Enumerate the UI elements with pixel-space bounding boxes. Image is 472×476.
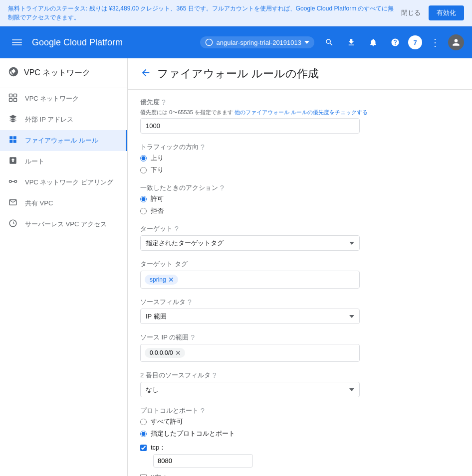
protocol-radio-group: すべて許可 指定したプロトコルとポート <box>140 417 460 438</box>
protocol-label: プロトコルとポート ? <box>140 406 460 415</box>
target-tag-remove[interactable]: ✕ <box>168 276 174 284</box>
tcp-port-input[interactable] <box>153 454 253 468</box>
protocol-specified-radio[interactable] <box>140 431 147 437</box>
target-select[interactable]: 指定されたターゲットタグ ネットワーク上のすべてのインスタンス 指定されたサービ… <box>140 235 360 251</box>
traffic-direction-label: トラフィックの方向 ? <box>140 143 460 152</box>
form-area: 優先度 ? 優先度には 0〜65535 を指定できます 他のファイアウォール ル… <box>128 90 472 476</box>
tcp-checkbox[interactable] <box>140 445 147 451</box>
menu-icon[interactable] <box>8 33 26 51</box>
traffic-help-icon[interactable]: ? <box>201 143 205 151</box>
target-tag-chip: spring ✕ <box>145 275 178 285</box>
svg-point-8 <box>9 180 12 183</box>
firewall-icon <box>8 135 18 146</box>
tcp-checkbox-label[interactable]: tcp： <box>140 443 460 452</box>
serverless-vpc-icon <box>8 219 18 230</box>
banner-text: 無料トライアルのステータス: 残りは ¥32,489.00 クレジット、365 … <box>8 4 397 22</box>
sidebar-item-label: ファイアウォール ルール <box>25 136 98 145</box>
svg-rect-1 <box>12 42 22 43</box>
svg-rect-6 <box>9 99 12 102</box>
source-ip-label: ソース IP の範囲 ? <box>140 333 460 342</box>
udp-checkbox-label[interactable]: udp： <box>140 473 460 476</box>
sidebar-item-serverless-vpc[interactable]: サーバーレス VPC アクセス <box>0 214 127 235</box>
action-deny-radio[interactable] <box>140 208 147 214</box>
protocol-allow-all-radio[interactable] <box>140 419 147 425</box>
sidebar-item-routes[interactable]: ルート <box>0 151 127 172</box>
protocol-specified-option[interactable]: 指定したプロトコルとポート <box>140 429 460 438</box>
tcp-section: tcp： <box>140 443 460 468</box>
second-source-help-icon[interactable]: ? <box>213 371 217 379</box>
traffic-radio-group: 上り 下り <box>140 154 460 174</box>
sidebar-item-vpc-peering[interactable]: VPC ネットワーク ピアリング <box>0 172 127 193</box>
source-filter-select[interactable]: IP 範囲 ソースタグ サービス アカウント <box>140 309 360 324</box>
source-ip-chip-remove[interactable]: ✕ <box>175 349 181 357</box>
action-help-icon[interactable]: ? <box>220 184 224 192</box>
project-name: angular-spring-trial-20191013 <box>216 39 301 46</box>
udp-checkbox[interactable] <box>140 474 147 476</box>
banner-close-button[interactable]: 閉じる <box>397 6 425 19</box>
sidebar-item-label: 共有 VPC <box>25 199 53 208</box>
protocol-allow-all-option[interactable]: すべて許可 <box>140 417 460 426</box>
alert-icon[interactable] <box>364 33 382 51</box>
action-label: 一致したときのアクション ? <box>140 183 460 192</box>
second-source-select[interactable]: なし ソースタグ <box>140 382 360 397</box>
vpc-peering-icon <box>8 177 18 188</box>
priority-input[interactable] <box>140 118 360 134</box>
svg-rect-7 <box>14 99 17 102</box>
sidebar-item-label: VPC ネットワーク <box>25 94 79 103</box>
sidebar-item-shared-vpc[interactable]: 共有 VPC <box>0 193 127 214</box>
protocol-section: プロトコルとポート ? すべて許可 指定したプロトコルとポート <box>140 406 460 476</box>
action-deny-option[interactable]: 拒否 <box>140 206 460 215</box>
traffic-ingress-option[interactable]: 上り <box>140 154 460 162</box>
priority-hint: 優先度には 0〜65535 を指定できます 他のファイアウォール ルールの優先度… <box>140 109 460 116</box>
vpc-network-header-icon <box>8 66 19 80</box>
notification-badge[interactable]: 7 <box>408 35 422 49</box>
target-help-icon[interactable]: ? <box>175 225 179 233</box>
user-avatar[interactable] <box>448 34 464 50</box>
action-allow-radio[interactable] <box>140 196 147 202</box>
svg-point-3 <box>206 39 213 45</box>
sidebar-item-label: サーバーレス VPC アクセス <box>25 220 107 229</box>
source-filter-section: ソースフィルタ ? IP 範囲 ソースタグ サービス アカウント <box>140 298 460 324</box>
sidebar-header-title: VPC ネットワーク <box>24 68 90 78</box>
svg-rect-4 <box>9 94 12 97</box>
banner-enable-button[interactable]: 有効化 <box>429 5 464 20</box>
source-ip-input[interactable]: 0.0.0.0/0 ✕ <box>140 344 360 362</box>
back-button[interactable] <box>140 67 151 81</box>
page-title: ファイアウォール ルールの作成 <box>157 66 319 81</box>
action-allow-option[interactable]: 許可 <box>140 194 460 203</box>
routes-icon <box>8 156 18 167</box>
main-content: ファイアウォール ルールの作成 優先度 ? 優先度には 0〜65535 を指定で… <box>128 58 472 476</box>
priority-hint-link[interactable]: 他のファイアウォール ルールの優先度をチェックする <box>235 109 368 115</box>
sidebar: VPC ネットワーク VPC ネットワーク 外部 IP アドレス ファイアウォー… <box>0 58 128 476</box>
upload-icon[interactable] <box>342 33 360 51</box>
page-header: ファイアウォール ルールの作成 <box>128 58 472 90</box>
sidebar-item-vpc-network[interactable]: VPC ネットワーク <box>0 88 127 109</box>
sidebar-item-external-ip[interactable]: 外部 IP アドレス <box>0 109 127 130</box>
traffic-ingress-radio[interactable] <box>140 155 147 161</box>
top-navigation: Google Cloud Platform angular-spring-tri… <box>0 26 472 58</box>
target-tag-label: ターゲット タグ <box>140 260 460 269</box>
second-source-label: 2 番目のソースフィルタ ? <box>140 371 460 380</box>
source-ip-help-icon[interactable]: ? <box>191 333 195 341</box>
project-selector[interactable]: angular-spring-trial-20191013 <box>200 36 314 48</box>
svg-rect-0 <box>12 39 22 40</box>
tcp-port-row <box>153 454 460 468</box>
more-options-icon[interactable]: ⋮ <box>426 33 444 51</box>
target-tag-input[interactable]: spring ✕ <box>140 271 360 289</box>
source-ip-chip: 0.0.0.0/0 ✕ <box>145 348 185 358</box>
sidebar-item-label: VPC ネットワーク ピアリング <box>25 178 113 187</box>
traffic-egress-option[interactable]: 下り <box>140 165 460 174</box>
app-body: VPC ネットワーク VPC ネットワーク 外部 IP アドレス ファイアウォー… <box>0 58 472 476</box>
priority-label: 優先度 ? <box>140 98 460 107</box>
help-icon[interactable] <box>386 33 404 51</box>
search-icon[interactable] <box>320 33 338 51</box>
traffic-egress-radio[interactable] <box>140 167 147 173</box>
target-label: ターゲット ? <box>140 224 460 233</box>
source-filter-help-icon[interactable]: ? <box>188 298 192 306</box>
svg-rect-5 <box>14 94 17 97</box>
sidebar-item-label: 外部 IP アドレス <box>25 115 73 124</box>
priority-help-icon[interactable]: ? <box>162 98 166 106</box>
priority-section: 優先度 ? 優先度には 0〜65535 を指定できます 他のファイアウォール ル… <box>140 98 460 134</box>
protocol-help-icon[interactable]: ? <box>201 407 205 415</box>
sidebar-item-firewall-rules[interactable]: ファイアウォール ルール <box>0 130 127 151</box>
